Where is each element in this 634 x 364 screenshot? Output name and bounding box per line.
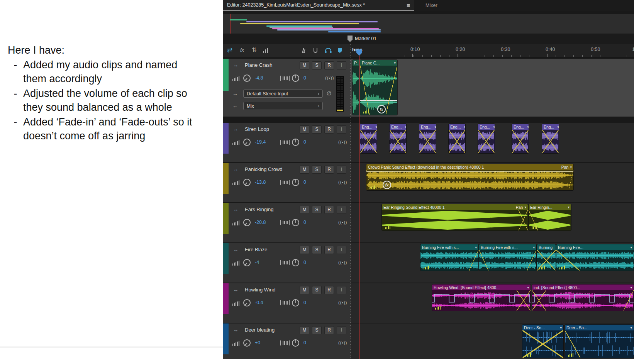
monitor-headphones-icon[interactable] xyxy=(324,47,332,55)
input-monitor-button[interactable]: I xyxy=(337,206,346,214)
clip-plane-crash[interactable]: Plane C... ▾ fx xyxy=(360,59,398,115)
volume-envelope[interactable] xyxy=(360,100,397,101)
track-lane[interactable]: Howling Wind. [Sound Effect] 4800...▾ in… xyxy=(351,283,634,323)
pan-knob[interactable] xyxy=(292,179,299,186)
track-name[interactable]: Panicking Crowd xyxy=(245,166,283,172)
input-monitor-button[interactable]: I xyxy=(337,246,346,254)
track-name[interactable]: Siren Loop xyxy=(245,126,269,132)
move-tool-icon[interactable]: ⇄ xyxy=(227,46,232,54)
pan-value[interactable]: 0 xyxy=(303,220,306,225)
chevron-down-icon[interactable]: ▾ xyxy=(475,245,477,249)
solo-button[interactable]: S xyxy=(312,246,322,254)
arm-record-button[interactable]: R xyxy=(324,246,334,254)
pan-envelope[interactable] xyxy=(360,102,397,103)
pan-knob[interactable] xyxy=(292,219,299,226)
chevron-down-icon[interactable]: ▾ xyxy=(527,286,529,290)
timeline-ruler[interactable]: hms 0:10 0:20 0:30 0:40 0:50 1 xyxy=(351,44,634,58)
chevron-down-icon[interactable]: ▾ xyxy=(524,205,526,209)
chevron-down-icon[interactable]: ▾ xyxy=(630,326,632,330)
solo-button[interactable]: S xyxy=(312,286,322,294)
clip-burning-fire[interactable]: Burning Fire with s...▾ xyxy=(479,244,537,271)
pan-value[interactable]: 0 xyxy=(303,340,306,345)
arm-record-button[interactable]: R xyxy=(324,206,334,214)
track-name[interactable]: Howling Wind xyxy=(245,287,275,293)
mute-button[interactable]: M xyxy=(300,286,309,294)
clip-fx-badge[interactable]: fx xyxy=(383,181,391,189)
chevron-down-icon[interactable]: ▾ xyxy=(394,61,396,65)
volume-knob[interactable] xyxy=(243,299,251,306)
clip-burning-fire[interactable]: Burning Fire...▾ xyxy=(556,244,634,271)
tab-mixer[interactable]: Mixer xyxy=(421,0,442,11)
mute-button[interactable]: M xyxy=(300,125,309,134)
effects-icon[interactable]: fx xyxy=(240,47,244,53)
track-lane[interactable]: Deer - So...▾ Deer - So...▾ xyxy=(351,323,634,359)
track-lane[interactable]: Eng...▾ Eng...▾ Eng...▾ Eng...▾ Eng...▾ xyxy=(351,123,634,162)
mute-button[interactable]: M xyxy=(300,206,309,214)
chevron-down-icon[interactable]: ▾ xyxy=(434,125,436,129)
chevron-down-icon[interactable]: ▾ xyxy=(493,125,495,129)
track-header[interactable]: ↔ Deer bleating M S R I +0 0 ((•)) xyxy=(223,323,351,359)
pan-knob[interactable] xyxy=(292,259,299,266)
arm-record-button[interactable]: R xyxy=(324,286,334,294)
chevron-down-icon[interactable]: ▾ xyxy=(527,125,529,129)
monitor-input-icon[interactable]: ((•)) xyxy=(338,340,348,345)
arm-record-button[interactable]: R xyxy=(324,61,334,69)
solo-button[interactable]: S xyxy=(312,206,322,214)
pan-value[interactable]: 0 xyxy=(303,139,306,145)
solo-button[interactable]: S xyxy=(312,125,322,134)
input-monitor-button[interactable]: I xyxy=(337,286,346,294)
volume-value[interactable]: -13.8 xyxy=(255,179,266,185)
volume-value[interactable]: -19.4 xyxy=(255,139,266,145)
chevron-down-icon[interactable]: ▾ xyxy=(405,125,406,129)
volume-knob[interactable] xyxy=(243,259,251,266)
clip-fx-badge[interactable]: fx xyxy=(377,105,386,113)
clip-burning-fire[interactable]: Burning Fire with s...▾ xyxy=(420,244,479,271)
pan-value[interactable]: 0 xyxy=(303,75,306,81)
chevron-down-icon[interactable]: ▾ xyxy=(630,286,632,290)
clip-deer-bleating[interactable]: Deer - So...▾ xyxy=(522,324,564,358)
track-lane[interactable]: Burning Fire with s...▾ Burning Fire wit… xyxy=(351,243,634,283)
clip-siren-loop[interactable]: Eng...▾ xyxy=(448,124,466,154)
add-marker-icon[interactable] xyxy=(337,48,342,54)
chevron-down-icon[interactable]: ▾ xyxy=(557,125,559,129)
marker-lane[interactable]: Marker 01 xyxy=(223,34,634,44)
pan-knob[interactable] xyxy=(292,74,299,82)
monitor-input-icon[interactable]: ((•)) xyxy=(338,260,348,265)
chevron-down-icon[interactable]: ▾ xyxy=(464,125,465,129)
tab-editor[interactable]: Editor: 24023285_KimLouisMarkEsden_Sound… xyxy=(223,0,414,11)
chevron-down-icon[interactable]: ▾ xyxy=(560,326,562,330)
input-monitor-button[interactable]: I xyxy=(337,61,346,69)
pan-knob[interactable] xyxy=(292,299,299,306)
chevron-down-icon[interactable]: ▾ xyxy=(533,245,535,249)
metronome-icon[interactable] xyxy=(300,47,307,55)
volume-value[interactable]: -20.8 xyxy=(255,220,266,225)
track-header[interactable]: ↔ Fire Blaze M S R I -4 0 ((•)) xyxy=(223,243,351,283)
clip-burning-fire[interactable]: Burning xyxy=(537,244,556,271)
arm-record-button[interactable]: R xyxy=(324,125,334,134)
track-name[interactable]: Fire Blaze xyxy=(245,247,268,252)
mute-button[interactable]: M xyxy=(300,61,309,69)
input-monitor-button[interactable]: I xyxy=(337,125,346,134)
clip-siren-loop[interactable]: Eng...▾ xyxy=(360,124,377,154)
chevron-down-icon[interactable]: ▾ xyxy=(630,245,632,249)
solo-button[interactable]: S xyxy=(312,61,322,69)
clip-pan-label[interactable]: Pan xyxy=(516,205,523,210)
solo-button[interactable]: S xyxy=(312,166,322,174)
mute-button[interactable]: M xyxy=(300,246,309,254)
playhead-line[interactable] xyxy=(359,50,359,359)
monitor-input-icon[interactable]: ((•)) xyxy=(325,76,334,80)
input-select[interactable]: Default Stereo Input › xyxy=(243,90,323,98)
track-header[interactable]: ↔ Siren Loop M S R I -19.4 0 ((•)) xyxy=(223,123,351,162)
track-name[interactable]: Plane Crash xyxy=(245,62,273,68)
track-lane[interactable]: Ear Ringing Sound Effect 48000 1 Pan ▾ E… xyxy=(351,203,634,242)
track-name[interactable]: Ears Ringing xyxy=(245,207,273,212)
header-lane-divider[interactable] xyxy=(351,44,351,359)
volume-value[interactable]: -4 xyxy=(255,260,259,265)
zoom-navigator[interactable] xyxy=(223,14,634,34)
clip-crowd-panic[interactable]: Crowd Panic Sound Effect (download in th… xyxy=(366,164,574,191)
mute-button[interactable]: M xyxy=(300,326,309,334)
monitor-input-icon[interactable]: ((•)) xyxy=(338,220,348,225)
clip-ear-ringing[interactable]: Ear Ringin... ▾ xyxy=(528,204,571,231)
track-header[interactable]: ↔ Howling Wind M S R I -0.4 0 ((•)) xyxy=(223,283,351,323)
chevron-down-icon[interactable]: ▾ xyxy=(570,165,572,169)
